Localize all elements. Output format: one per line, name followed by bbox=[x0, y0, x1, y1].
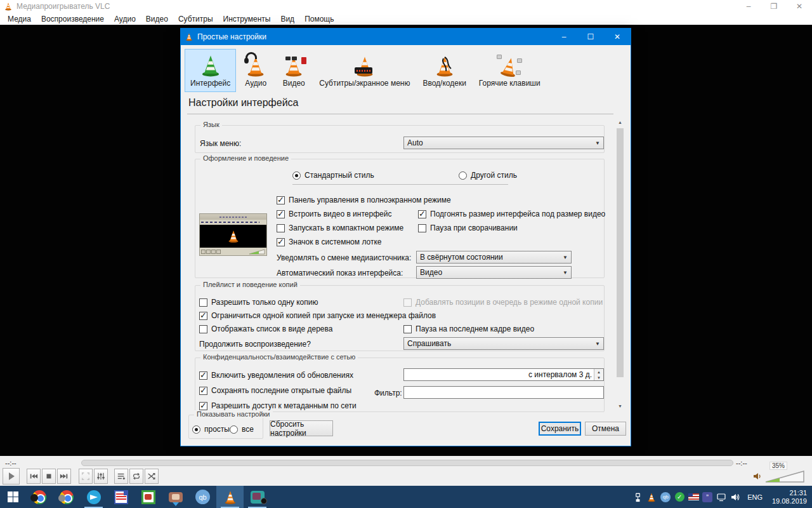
spin-up-icon[interactable]: ▲ bbox=[594, 369, 603, 375]
menu-playback[interactable]: Воспроизведение bbox=[36, 13, 109, 25]
vlc-tray-icon[interactable] bbox=[645, 486, 658, 508]
resize-interface-checkbox[interactable]: Подгонять размер интерфейса под размер в… bbox=[418, 210, 605, 218]
checkbox-icon[interactable] bbox=[199, 371, 207, 380]
us-flag-icon[interactable] bbox=[686, 486, 700, 508]
scrollbar-thumb[interactable] bbox=[617, 128, 624, 377]
seek-slider[interactable] bbox=[81, 460, 733, 466]
stop-button[interactable] bbox=[42, 469, 56, 484]
taskbar-telegram[interactable] bbox=[80, 486, 107, 508]
taskbar-contacts-app[interactable] bbox=[162, 486, 189, 508]
reset-settings-button[interactable]: Сбросить настройки bbox=[270, 420, 333, 436]
checkbox-icon[interactable] bbox=[277, 210, 285, 218]
network-tray-icon[interactable] bbox=[714, 486, 728, 508]
menu-media[interactable]: Медиа bbox=[3, 13, 36, 25]
checkbox-icon[interactable] bbox=[277, 238, 285, 246]
one-instance-checkbox[interactable]: Разрешить только одну копию bbox=[199, 298, 318, 307]
tab-interface[interactable]: Интерфейс bbox=[185, 49, 236, 92]
menu-subtitles[interactable]: Субтитры bbox=[173, 13, 218, 25]
dialog-minimize-button[interactable]: – bbox=[551, 29, 577, 45]
scroll-down-icon[interactable]: ▼ bbox=[616, 401, 624, 411]
dialog-close-button[interactable]: ✕ bbox=[604, 29, 631, 45]
checkbox-icon[interactable] bbox=[403, 325, 412, 333]
save-recent-files-checkbox[interactable]: Сохранять последние открытые файлы bbox=[199, 386, 351, 395]
checkbox-icon[interactable] bbox=[277, 196, 285, 204]
standard-style-radio[interactable]: Стандартный стиль bbox=[292, 171, 374, 180]
all-settings-radio[interactable]: все bbox=[230, 425, 254, 434]
embed-video-checkbox[interactable]: Встроить видео в интерфейс bbox=[277, 210, 391, 218]
mute-speaker-icon[interactable] bbox=[752, 471, 763, 481]
network-metadata-checkbox[interactable]: Разрешить доступ к метаданным по сети bbox=[199, 401, 357, 410]
menu-view[interactable]: Вид bbox=[275, 13, 299, 25]
play-button[interactable] bbox=[3, 468, 20, 485]
checkbox-icon[interactable] bbox=[199, 387, 207, 395]
pause-on-minimize-checkbox[interactable]: Пауза при сворачивании bbox=[418, 224, 518, 232]
volume-slider[interactable] bbox=[764, 470, 805, 483]
pause-last-frame-checkbox[interactable]: Пауза на последнем кадре видео bbox=[403, 324, 534, 333]
checkbox-icon[interactable] bbox=[277, 224, 285, 232]
menu-audio[interactable]: Аудио bbox=[109, 13, 141, 25]
previous-button[interactable] bbox=[27, 469, 41, 484]
continue-playback-combobox[interactable]: Спрашивать▼ bbox=[403, 337, 604, 350]
tab-hotkeys[interactable]: Горячие клавиши bbox=[473, 49, 546, 92]
save-button[interactable]: Сохранить bbox=[539, 422, 581, 436]
cancel-button[interactable]: Отмена bbox=[585, 422, 626, 436]
media-change-notify-combobox[interactable]: В свёрнутом состоянии▼ bbox=[416, 251, 572, 264]
radio-icon[interactable] bbox=[230, 425, 238, 434]
taskbar-screenshot-app[interactable] bbox=[244, 486, 271, 508]
checkbox-icon[interactable] bbox=[199, 298, 207, 307]
playlist-button[interactable] bbox=[114, 469, 128, 484]
start-button[interactable] bbox=[0, 486, 25, 508]
clock[interactable]: 21:31 19.08.2019 bbox=[768, 489, 812, 505]
checkbox-icon[interactable] bbox=[418, 224, 426, 232]
loop-button[interactable] bbox=[129, 469, 143, 484]
fullscreen-controller-checkbox[interactable]: Панель управления в полноэкранном режиме bbox=[277, 196, 451, 204]
taskbar-chrome-dark[interactable] bbox=[25, 486, 53, 508]
menu-tools[interactable]: Инструменты bbox=[218, 13, 276, 25]
custom-style-radio[interactable]: Другой стиль bbox=[459, 171, 517, 180]
dialog-scrollbar[interactable]: ▲ ▼ bbox=[616, 117, 624, 411]
dialog-maximize-button[interactable]: ☐ bbox=[577, 29, 604, 45]
usb-tray-icon[interactable] bbox=[631, 486, 645, 508]
checkbox-icon[interactable] bbox=[199, 325, 207, 333]
taskbar-qbittorrent[interactable]: qb bbox=[189, 486, 216, 508]
dialog-titlebar[interactable]: Простые настройки – ☐ ✕ bbox=[181, 29, 631, 45]
radio-icon[interactable] bbox=[192, 425, 200, 434]
quotes-app-tray-icon[interactable]: ” bbox=[700, 486, 714, 508]
spinner-buttons[interactable]: ▲▼ bbox=[594, 369, 603, 380]
volume-tray-icon[interactable] bbox=[728, 486, 742, 508]
update-notifications-checkbox[interactable]: Включить уведомления об обновлениях bbox=[199, 371, 353, 380]
language-indicator[interactable]: ENG bbox=[742, 493, 768, 501]
menu-video[interactable]: Видео bbox=[141, 13, 173, 25]
menu-language-combobox[interactable]: Auto▼ bbox=[403, 137, 604, 149]
extended-settings-button[interactable] bbox=[94, 469, 108, 484]
radio-icon[interactable] bbox=[459, 171, 467, 180]
next-button[interactable] bbox=[57, 469, 71, 484]
auto-show-interface-combobox[interactable]: Видео▼ bbox=[416, 266, 572, 279]
tree-view-checkbox[interactable]: Отображать список в виде дерева bbox=[199, 324, 332, 333]
checkbox-icon[interactable] bbox=[199, 402, 207, 410]
compact-mode-checkbox[interactable]: Запускать в компактном режиме bbox=[277, 224, 403, 232]
scroll-up-icon[interactable]: ▲ bbox=[616, 117, 624, 127]
qbittorrent-tray-icon[interactable]: qb bbox=[658, 486, 672, 508]
simple-settings-radio[interactable]: простые bbox=[192, 425, 234, 434]
random-button[interactable] bbox=[145, 469, 159, 484]
main-minimize-button[interactable]: – bbox=[736, 0, 761, 13]
tab-subtitles[interactable]: Субтитры/экранное меню bbox=[313, 49, 416, 92]
main-close-button[interactable]: ✕ bbox=[787, 0, 812, 13]
systray-icon-checkbox[interactable]: Значок в системном лотке bbox=[277, 237, 381, 246]
one-instance-filemanager-checkbox[interactable]: Ограничиться одной копией при запуске из… bbox=[199, 311, 436, 320]
taskbar-save-app[interactable] bbox=[107, 486, 134, 508]
checkbox-icon[interactable] bbox=[418, 210, 426, 218]
taskbar-chrome[interactable] bbox=[53, 486, 80, 508]
update-interval-spinbox[interactable]: с интервалом 3 д. ▲▼ bbox=[403, 368, 604, 381]
radio-icon[interactable] bbox=[292, 171, 301, 180]
taskbar-vlc-active[interactable] bbox=[216, 486, 244, 508]
tab-input-codecs[interactable]: Ввод/кодеки bbox=[417, 49, 471, 92]
spin-down-icon[interactable]: ▼ bbox=[594, 375, 603, 380]
main-maximize-button[interactable]: ❐ bbox=[761, 0, 787, 13]
checkbox-icon[interactable] bbox=[199, 312, 207, 320]
menu-help[interactable]: Помощь bbox=[299, 13, 339, 25]
tab-video[interactable]: Видео bbox=[275, 49, 312, 92]
antivirus-tray-icon[interactable]: ✓ bbox=[672, 486, 686, 508]
filter-input[interactable] bbox=[403, 386, 604, 399]
